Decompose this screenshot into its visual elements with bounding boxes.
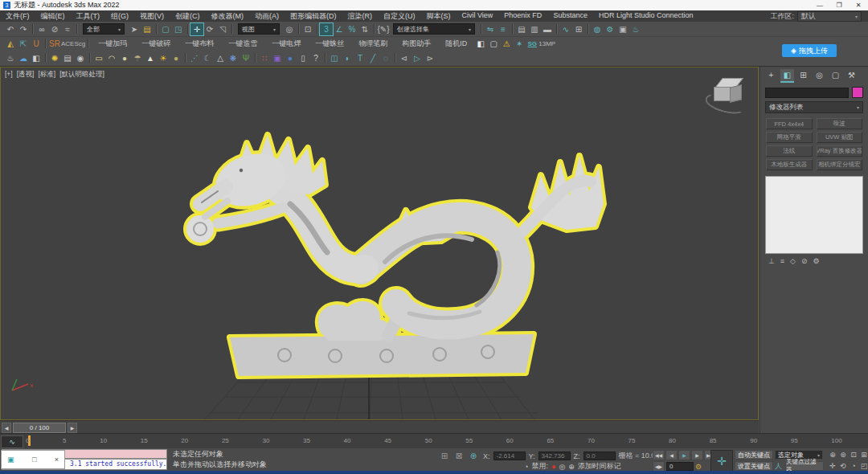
use-pivot-center-icon[interactable]: ◎ — [283, 23, 296, 35]
separator[interactable] — [298, 24, 299, 34]
purple-box-icon[interactable]: ▣ — [271, 52, 284, 64]
play-button[interactable]: ▶ — [678, 450, 690, 460]
region-frame-icon[interactable]: ▢ — [487, 38, 500, 50]
dragon-model[interactable] — [120, 130, 618, 381]
sg-icon[interactable]: SG — [526, 38, 538, 50]
mini-window-close[interactable]: × — [55, 456, 59, 464]
snap-toggle-3d-icon[interactable]: 3 — [320, 23, 333, 35]
menu-item[interactable]: 组(G) — [105, 11, 134, 22]
bind-to-spacewarp-icon[interactable]: ≈ — [61, 23, 74, 35]
redo-icon[interactable]: ↷ — [17, 23, 30, 35]
workspace-dropdown[interactable]: 默认 ▾ — [797, 11, 862, 22]
layer-explorer-icon[interactable]: ▥ — [528, 23, 541, 35]
schematic-view-icon[interactable]: ⊞ — [572, 23, 585, 35]
y-coordinate-field[interactable]: 342.736 — [538, 452, 571, 460]
viewport-label-item[interactable]: [+] — [5, 70, 13, 80]
menu-item[interactable]: Substance — [547, 11, 593, 22]
menu-item[interactable]: 文件(F) — [0, 11, 35, 22]
dome-icon[interactable]: ◠ — [105, 52, 118, 64]
selection-lock-icon[interactable]: ⊠ — [452, 450, 465, 462]
select-by-name-icon[interactable]: ▤ — [141, 23, 154, 35]
hierarchy-tab[interactable]: ⊞ — [796, 69, 810, 81]
geometry-tools-icon[interactable]: ◗ — [341, 52, 354, 64]
object-color-swatch[interactable] — [852, 87, 863, 98]
u-plugin-icon[interactable]: U — [30, 38, 43, 50]
cone-icon[interactable]: ▲ — [144, 52, 157, 64]
menu-item[interactable]: 修改器(M) — [206, 11, 250, 22]
view-cube-side-face[interactable] — [730, 84, 742, 103]
warning-icon[interactable]: ⚠ — [500, 38, 513, 50]
menu-item[interactable]: 自定义(U) — [378, 11, 421, 22]
select-and-rotate-icon[interactable]: ⟳ — [203, 23, 216, 35]
undo-icon[interactable]: ↶ — [4, 23, 17, 35]
prev-frame-button[interactable]: ◀ — [665, 450, 678, 460]
modifier-preset-button[interactable]: FFD 4x4x4 — [766, 118, 813, 129]
camera-icon[interactable]: ◉ — [74, 52, 87, 64]
mini-window[interactable]: ▣ □ × — [1, 450, 65, 469]
minimize-button[interactable]: — — [810, 0, 829, 10]
one-key-button[interactable]: 物理笔刷 — [351, 39, 395, 49]
time-slider[interactable]: ◀ 0 / 100 ▶ — [0, 420, 759, 434]
curve-editor-icon[interactable]: ∿ — [559, 23, 572, 35]
blue-ball-icon[interactable]: ❋ — [227, 52, 240, 64]
modifier-stack-list[interactable] — [765, 176, 863, 254]
separator[interactable] — [76, 24, 77, 34]
ribbon-icon[interactable]: ▬ — [541, 23, 554, 35]
absolute-mode-icon[interactable]: ⊕ — [467, 450, 480, 462]
transform-gizmo-icon[interactable]: ⊞ — [438, 450, 451, 462]
modifier-preset-button[interactable]: UVW 贴图 — [817, 132, 863, 143]
one-key-button[interactable]: 一键造雪 — [221, 39, 264, 49]
separator[interactable] — [325, 53, 326, 63]
zoom-all-icon[interactable]: ⊛ — [838, 450, 848, 460]
menu-item[interactable]: 编辑(E) — [35, 11, 71, 22]
zoom-icon[interactable]: ⊕ — [828, 450, 837, 460]
walkthrough-icon[interactable]: ⟲ — [838, 461, 848, 471]
go-start-button[interactable]: ◀◀ — [653, 450, 665, 460]
close-button[interactable]: ✕ — [849, 0, 868, 10]
menu-item[interactable]: 图形编辑器(D) — [285, 11, 342, 22]
selection-filter-dropdown[interactable]: 全部 ▾ — [83, 23, 125, 35]
modifier-preset-button[interactable]: 法线 — [766, 145, 813, 157]
remove-modifier-icon[interactable]: ⊘ — [801, 257, 808, 265]
show-end-result-icon[interactable]: ≡ — [780, 257, 784, 265]
render-setup-icon[interactable]: ⚙ — [604, 23, 616, 35]
one-key-button[interactable]: 一键电焊 — [264, 39, 308, 49]
upload-button[interactable]: ◈ 拖拽上传 — [782, 44, 837, 57]
sphere-light-icon[interactable]: ● — [118, 52, 131, 64]
window-crossing-icon[interactable]: ◳ — [172, 23, 185, 35]
light-camera-icon[interactable]: ▤ — [61, 52, 74, 64]
time-slider-prev[interactable]: ◀ — [2, 423, 11, 433]
help-icon[interactable]: ? — [309, 52, 322, 64]
modify-tab[interactable]: ◧ — [780, 69, 794, 83]
clipboard-icon[interactable]: ▯ — [297, 52, 309, 64]
mini-curve-editor-button[interactable]: ∿ — [1, 435, 23, 448]
select-ball-icon[interactable]: ● — [284, 52, 297, 64]
modifier-preset-button[interactable]: 木地板生成器 — [766, 159, 813, 170]
z-coordinate-field[interactable]: 0.0 — [583, 452, 616, 460]
time-configuration-icon[interactable]: ⚙ — [695, 463, 702, 471]
scene-explorer-icon[interactable]: ▤ — [515, 23, 528, 35]
separator[interactable] — [156, 24, 157, 34]
material-editor-icon[interactable]: ◍ — [591, 23, 604, 35]
adaptive-degradation-icon[interactable]: ◔ — [524, 463, 528, 471]
rendered-frame-icon[interactable]: ▣ — [616, 23, 629, 35]
separator[interactable] — [481, 24, 481, 34]
make-unique-icon[interactable]: ◇ — [790, 257, 796, 265]
sun-icon[interactable]: ☀ — [157, 52, 170, 64]
select-and-scale-icon[interactable]: ◹ — [216, 23, 229, 35]
one-key-button[interactable]: 随机ID — [438, 39, 474, 49]
ground-plane-icon[interactable]: ▭ — [92, 52, 105, 64]
track-bar[interactable]: ∿ 05101520253035404550556065707580859095… — [0, 433, 868, 448]
mirror-icon[interactable]: ⇋ — [484, 23, 497, 35]
configure-modifier-sets-icon[interactable]: ⚙ — [813, 257, 820, 265]
select-object-icon[interactable]: ➤ — [128, 23, 141, 35]
separator[interactable] — [255, 53, 256, 63]
viewport-label-item[interactable]: [标准] — [38, 70, 55, 80]
rain-icon[interactable]: ⋰ — [188, 52, 201, 64]
cache-forward-icon[interactable]: ⊳ — [424, 52, 436, 64]
separator[interactable] — [317, 24, 317, 34]
render-teapot-icon[interactable]: ♨ — [4, 52, 17, 64]
viewport-label-item[interactable]: [透视] — [17, 70, 35, 80]
sr-label[interactable]: SR — [48, 38, 61, 50]
separator[interactable] — [45, 39, 46, 48]
